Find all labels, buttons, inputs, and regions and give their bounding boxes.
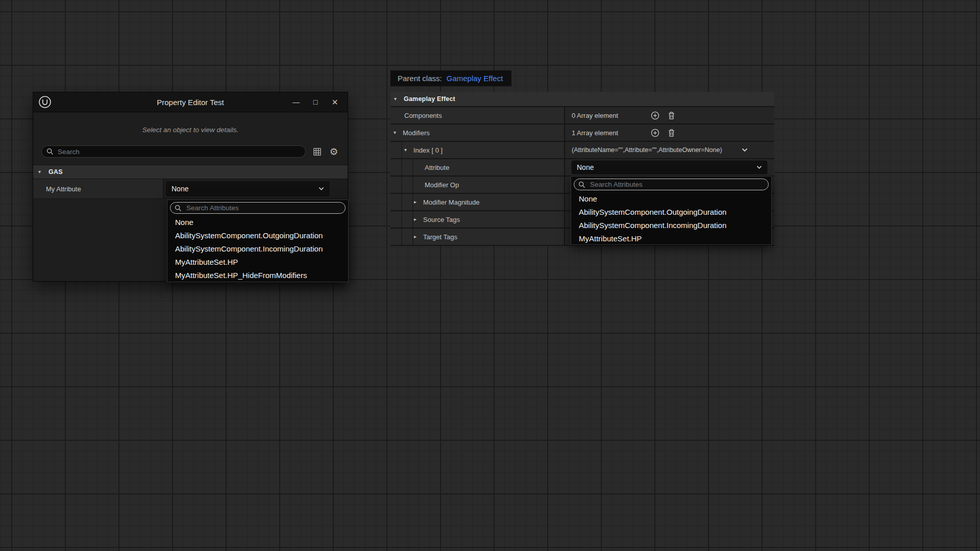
indent-guide-line (401, 142, 402, 158)
row-name-cell: Modifier Op (390, 177, 565, 193)
property-name: My Attribute (33, 179, 164, 198)
attribute-search-field[interactable] (589, 180, 764, 189)
row-label: Modifiers (403, 129, 430, 137)
search-icon (46, 148, 54, 155)
graph-canvas[interactable]: Property Editor Test — □ × Select an obj… (0, 0, 980, 551)
row-attribute: Attribute None (390, 159, 774, 177)
row-label: Components (404, 112, 442, 119)
row-name-cell: ▾ Modifiers (390, 124, 565, 141)
view-options-icon[interactable] (311, 146, 323, 157)
row-name-cell: ▸ Target Tags (390, 229, 565, 245)
chevron-down-icon[interactable] (742, 148, 748, 152)
add-element-button[interactable] (648, 126, 662, 139)
row-name-cell: Components (390, 107, 565, 123)
row-value-cell: None (565, 159, 774, 176)
unreal-logo-icon (38, 95, 52, 109)
attribute-search-input[interactable] (574, 179, 769, 190)
expander-closed-icon[interactable]: ▸ (414, 199, 422, 205)
dropdown-item[interactable]: AbilitySystemComponent.IncomingDuration (571, 219, 771, 232)
row-label: Modifier Op (425, 181, 459, 189)
expander-open-icon[interactable]: ▾ (404, 147, 412, 153)
chevron-down-icon: ▾ (38, 169, 46, 174)
property-editor-window: Property Editor Test — □ × Select an obj… (33, 92, 348, 282)
dropdown-item[interactable]: None (571, 192, 771, 206)
row-label: Source Tags (423, 216, 460, 223)
combobox-value: None (577, 163, 594, 171)
indent-guide-line (401, 177, 402, 193)
row-components: Components 0 Array element (390, 107, 774, 124)
row-label: Index [ 0 ] (413, 146, 443, 154)
indent-guide-line (412, 229, 413, 245)
attribute-picker-dropdown: None AbilitySystemComponent.OutgoingDura… (571, 176, 772, 245)
dropdown-item[interactable]: AbilitySystemComponent.OutgoingDuration (167, 229, 348, 242)
my-attribute-combobox[interactable]: None (166, 182, 329, 196)
indent-guide-line (412, 211, 413, 228)
window-titlebar[interactable]: Property Editor Test — □ × (33, 92, 348, 112)
row-name-cell: ▾ Index [ 0 ] (390, 142, 565, 158)
indent-guide-line (401, 211, 402, 228)
attribute-picker-dropdown: None AbilitySystemComponent.OutgoingDura… (167, 199, 349, 282)
parent-class-banner: Parent class: Gameplay Effect (390, 70, 511, 86)
indent-guide-line (401, 159, 402, 176)
minimize-button[interactable]: — (286, 92, 306, 112)
row-value-cell: 0 Array element (565, 107, 774, 123)
dropdown-item[interactable]: MyAttributeSet.HP (167, 256, 348, 269)
empty-selection-hint: Select an object to view details. (33, 126, 348, 134)
row-name-cell: ▸ Source Tags (390, 211, 565, 228)
property-value-cell: None (164, 179, 348, 198)
combobox-value: None (172, 185, 188, 193)
indent-guide-line (412, 194, 413, 210)
delete-elements-button[interactable] (665, 109, 678, 122)
attribute-search-input[interactable] (170, 202, 346, 214)
indent-guide-line (412, 177, 413, 193)
category-label: Gameplay Effect (404, 95, 455, 103)
row-index-0: ▾ Index [ 0 ] (AttributeName="",Attribut… (390, 142, 774, 159)
chevron-down-icon: ▾ (394, 96, 402, 102)
array-count: 1 Array element (572, 129, 648, 137)
category-gameplay-effect[interactable]: ▾ Gameplay Effect (390, 92, 774, 107)
row-value-cell: (AttributeName="",Attribute="",Attribute… (565, 142, 774, 158)
maximize-button[interactable]: □ (306, 92, 325, 112)
expander-closed-icon[interactable]: ▸ (414, 217, 422, 222)
row-name-cell: ▸ Modifier Magnitude (390, 194, 565, 210)
category-label: GAS (48, 168, 63, 176)
dropdown-item[interactable]: None (167, 216, 348, 229)
indent-guide-line (412, 159, 413, 176)
struct-summary: (AttributeName="",Attribute="",Attribute… (572, 146, 722, 154)
expander-closed-icon[interactable]: ▸ (414, 234, 422, 239)
dropdown-item[interactable]: MyAttributeSet.HP_HideFromModifiers (167, 269, 348, 282)
array-count: 0 Array element (572, 112, 648, 119)
dropdown-item[interactable]: MyAttributeSet.HP (571, 232, 771, 245)
dropdown-item[interactable]: AbilitySystemComponent.IncomingDuration (167, 242, 348, 256)
attribute-search-field[interactable] (185, 204, 341, 212)
add-element-button[interactable] (648, 109, 662, 122)
indent-guide-line (401, 194, 402, 210)
expander-open-icon[interactable]: ▾ (394, 130, 401, 135)
search-icon (175, 205, 182, 212)
close-button[interactable]: × (325, 92, 345, 112)
property-row-my-attribute: My Attribute None (33, 179, 348, 199)
chevron-down-icon (318, 187, 324, 191)
search-input[interactable] (41, 145, 306, 158)
indent-guide-line (401, 229, 402, 245)
row-modifiers: ▾ Modifiers 1 Array element (390, 124, 774, 142)
settings-gear-icon[interactable]: ⚙ (328, 146, 339, 157)
row-label: Modifier Magnitude (423, 198, 480, 206)
chevron-down-icon (756, 165, 762, 169)
attribute-combobox[interactable]: None (572, 161, 767, 174)
dropdown-item[interactable]: AbilitySystemComponent.OutgoingDuration (571, 206, 771, 219)
parent-class-link[interactable]: Gameplay Effect (447, 74, 503, 83)
row-label: Target Tags (423, 233, 457, 241)
category-gas[interactable]: ▾ GAS (33, 165, 348, 179)
search-icon (578, 181, 585, 188)
row-value-cell: 1 Array element (565, 124, 774, 141)
search-row: ⚙ (33, 145, 348, 158)
search-field[interactable] (57, 147, 302, 156)
row-label: Attribute (425, 164, 449, 171)
row-name-cell: Attribute (390, 159, 565, 176)
parent-class-label: Parent class: (398, 74, 442, 83)
delete-elements-button[interactable] (665, 126, 678, 139)
